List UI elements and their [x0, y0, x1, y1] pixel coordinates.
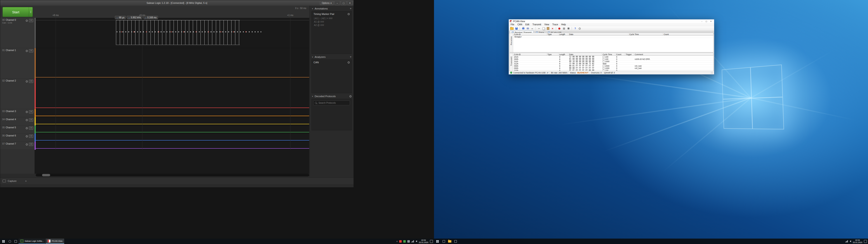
channel-6-label-area[interactable]: 06Channel 6 ⊓: [0, 133, 35, 142]
maximize-button[interactable]: ▢: [704, 20, 709, 23]
tray-gray-app-icon[interactable]: [407, 240, 410, 243]
gear-icon[interactable]: [348, 13, 350, 15]
transmit-row[interactable]: 055h 8 00 01 FF FF FF FF FF FF 2000 0 rc…: [513, 65, 713, 67]
channel-settings-gear-icon[interactable]: [26, 20, 28, 22]
channel-trigger-icon[interactable]: ⊓: [29, 19, 33, 22]
gear-icon[interactable]: [348, 61, 350, 63]
timing-marker-pair-row[interactable]: Timing Marker Pair: [312, 11, 351, 17]
hidden-icons-chevron-icon[interactable]: ∧: [397, 240, 398, 242]
channel-settings-gear-icon[interactable]: [26, 127, 28, 129]
taskbar-clock[interactable]: 16:54 25.01.2020: [418, 239, 428, 244]
channel-4-label-area[interactable]: 04Channel 4 ⊓: [0, 117, 35, 125]
column-header[interactable]: Cycle Time: [628, 33, 663, 35]
taskbar-clock[interactable]: 16:54 25.01.2020: [852, 239, 862, 244]
channel-trigger-icon[interactable]: ⊓: [29, 126, 33, 130]
column-header[interactable]: Data: [568, 53, 602, 56]
transmit-row[interactable]: 055h 8 00 00 FF FF FF FF FF FF 1000 0 rc…: [513, 67, 713, 69]
volume-icon[interactable]: [850, 240, 851, 242]
channel-trigger-icon[interactable]: ⊓: [29, 118, 33, 122]
column-header[interactable]: Length: [558, 33, 568, 35]
transmit-row[interactable]: 311h 8 08 10 08 00 00 00 00 00 1000 0: [513, 60, 713, 63]
close-button[interactable]: ✕: [347, 1, 352, 5]
paste-button[interactable]: [546, 27, 550, 30]
channel-4-waveform[interactable]: [36, 117, 309, 125]
cycle-checkbox[interactable]: [602, 56, 604, 58]
channel-settings-gear-icon[interactable]: [26, 144, 28, 146]
cycle-checkbox[interactable]: [602, 65, 604, 67]
measurement-chip[interactable]: ↔0.168 ms: [143, 16, 158, 19]
annotations-header[interactable]: ▼ Annotations +: [310, 6, 353, 11]
settings-button[interactable]: [578, 27, 581, 30]
copy-button[interactable]: [542, 27, 545, 30]
maximize-button[interactable]: ▢: [341, 1, 346, 5]
capture-label[interactable]: Capture: [8, 180, 17, 182]
gear-icon[interactable]: [349, 95, 351, 97]
decoded-protocols-header[interactable]: ▼ Decoded Protocols: [310, 93, 353, 99]
cycle-checkbox[interactable]: [602, 61, 604, 62]
cycle-checkbox[interactable]: [602, 67, 604, 69]
column-header[interactable]: Count: [663, 33, 713, 35]
tray-red-app-icon[interactable]: [399, 240, 402, 243]
menu-item[interactable]: Transmit: [532, 23, 541, 26]
close-button[interactable]: ✕: [709, 20, 713, 23]
channel-1-label-area[interactable]: 01Channel 1 ⊓: [0, 48, 35, 79]
network-icon[interactable]: [845, 240, 848, 242]
menu-item[interactable]: Trace: [553, 23, 558, 26]
add-annotation-button[interactable]: +: [350, 7, 351, 10]
channel-trigger-icon[interactable]: ⊓: [29, 80, 33, 83]
horizontal-scrollbar[interactable]: [36, 174, 309, 177]
pinned-app-button[interactable]: [453, 239, 458, 244]
analyzer-item-can[interactable]: CAN: [312, 60, 351, 65]
resize-grip[interactable]: [711, 72, 713, 74]
channel-trigger-icon[interactable]: ⊓: [29, 143, 33, 146]
measurement-chip[interactable]: ↔5.952 kHz: [127, 16, 143, 19]
menu-item[interactable]: File: [510, 23, 514, 26]
channel-settings-gear-icon[interactable]: [26, 111, 28, 113]
column-header[interactable]: Cycle Time: [602, 53, 615, 56]
tray-green-app-icon[interactable]: [403, 240, 406, 243]
analyzers-header[interactable]: ▼ Analyzers +: [310, 54, 353, 59]
action-center-icon[interactable]: [430, 240, 433, 243]
receive-empty-row[interactable]: <Empty>: [513, 36, 713, 38]
action-center-icon[interactable]: [864, 240, 867, 243]
search-protocols-input[interactable]: [318, 101, 349, 104]
transmit-row[interactable]: 312h 8 15 00 15 00 50 00 75 02 Wait 0: [513, 63, 713, 65]
channel-6-waveform[interactable]: [36, 133, 309, 142]
open-button[interactable]: [510, 27, 514, 30]
channel-7-label-area[interactable]: 07Channel 7 ⊓: [0, 142, 35, 150]
stop-button[interactable]: [567, 27, 570, 30]
column-header[interactable]: Data: [568, 33, 628, 35]
task-view-button[interactable]: [13, 239, 19, 244]
save-button[interactable]: [515, 27, 518, 30]
menu-item[interactable]: CAN: [518, 23, 522, 26]
channel-2-waveform[interactable]: [36, 79, 309, 109]
channel-0-label-area[interactable]: 00Channel 0 Can - CAN ⊓: [0, 18, 35, 48]
volume-icon[interactable]: [416, 240, 417, 242]
column-header[interactable]: Trigger: [625, 53, 634, 56]
scrollbar-thumb[interactable]: [42, 174, 50, 176]
column-header[interactable]: CAN-ID: [513, 53, 547, 56]
column-header[interactable]: Length: [558, 53, 568, 56]
start-button[interactable]: Start ▲ ▼: [2, 7, 33, 17]
channel-3-label-area[interactable]: 03Channel 3 ⊓: [0, 109, 35, 117]
transmit-row[interactable]: 201h 8 12 00 00 00 00 00 00 00 100 0: [513, 56, 713, 58]
expand-chevrons-icon[interactable]: »: [25, 179, 27, 183]
pcan-titlebar[interactable]: PCAN-View – ▢ ✕: [509, 20, 714, 23]
column-header[interactable]: Type: [547, 33, 558, 35]
column-header[interactable]: Type: [547, 53, 558, 56]
channel-0-waveform[interactable]: ↔68 µs ↔5.952 kHz ↔0.168 ms: [36, 18, 309, 48]
start-options-stepper[interactable]: ▲ ▼: [29, 7, 33, 17]
menu-item[interactable]: Help: [561, 23, 566, 26]
menu-item[interactable]: Edit: [525, 23, 529, 26]
channel-7-waveform[interactable]: [36, 142, 309, 150]
cut-button[interactable]: ✂: [537, 27, 541, 30]
search-button[interactable]: [7, 239, 13, 244]
pause-button[interactable]: [562, 27, 565, 30]
channel-trigger-icon[interactable]: ⊓: [29, 135, 33, 138]
channel-settings-gear-icon[interactable]: [26, 135, 28, 138]
options-button[interactable]: Options ▾: [320, 1, 334, 5]
transmit-row[interactable]: 300h 8 01 00 00 00 00 00 00 00 100 0 rc6…: [513, 58, 713, 60]
channel-2-label-area[interactable]: 02Channel 2 ⊓: [0, 79, 35, 109]
delete-button[interactable]: ✕: [551, 27, 554, 30]
channel-3-waveform[interactable]: [36, 109, 309, 117]
